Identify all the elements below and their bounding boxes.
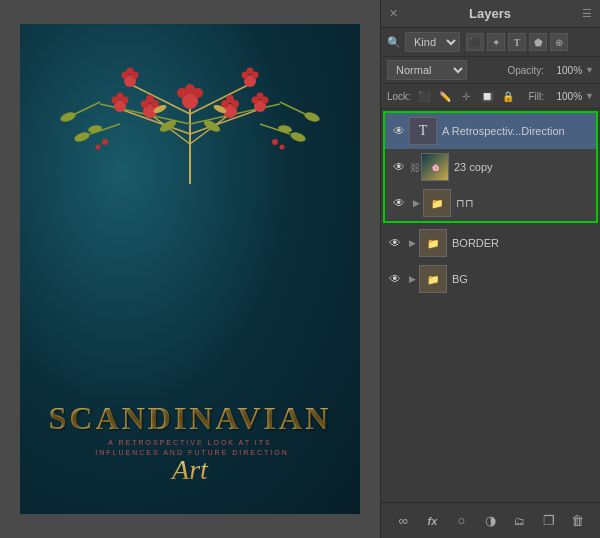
- layer-thumbnail-text: T: [409, 117, 437, 145]
- smart-filter-btn[interactable]: ⊕: [550, 33, 568, 51]
- fill-value: 100%: [547, 91, 582, 102]
- delete-button[interactable]: 🗑: [566, 509, 590, 533]
- opacity-dropdown-icon[interactable]: ▼: [585, 65, 594, 75]
- artwork-title2: Art: [20, 456, 360, 484]
- shape-filter-btn[interactable]: ⬟: [529, 33, 547, 51]
- canvas-area: SCANDINAVIAN A RETROSPECTIVE LOOK AT ITS…: [0, 0, 380, 538]
- lock-icons: ⬛ ✏️ ✛ 🔲 🔒: [415, 87, 517, 105]
- visibility-toggle-border[interactable]: 👁: [385, 233, 405, 253]
- blend-mode-select[interactable]: Normal: [387, 60, 467, 80]
- layer-name-23copy: 23 copy: [454, 161, 592, 173]
- layer-name-group: ⊓⊓: [456, 197, 592, 210]
- blend-row: Normal Opacity: 100% ▼: [381, 57, 600, 84]
- floral-decoration: [60, 54, 320, 194]
- svg-point-12: [146, 95, 154, 103]
- svg-point-24: [226, 95, 234, 103]
- visibility-toggle-text[interactable]: 👁: [389, 121, 409, 141]
- svg-point-50: [280, 145, 285, 150]
- svg-point-46: [303, 111, 320, 124]
- layer-name-text: A Retrospectiv...Direction: [442, 125, 592, 137]
- artwork: SCANDINAVIAN A RETROSPECTIVE LOOK AT ITS…: [20, 24, 360, 514]
- layer-item[interactable]: 👁 T A Retrospectiv...Direction: [385, 113, 596, 149]
- layer-thumbnail-group: 📁: [423, 189, 451, 217]
- layer-thumbnail-23copy: 🌸: [421, 153, 449, 181]
- lock-position-btn[interactable]: ✛: [457, 87, 475, 105]
- lock-artboard-btn[interactable]: 🔲: [478, 87, 496, 105]
- svg-point-32: [247, 68, 254, 75]
- svg-point-43: [289, 131, 307, 144]
- svg-point-44: [277, 124, 292, 133]
- visibility-toggle-bg[interactable]: 👁: [385, 269, 405, 289]
- svg-point-41: [60, 111, 77, 124]
- adjustment-filter-btn[interactable]: ✦: [487, 33, 505, 51]
- svg-line-40: [75, 102, 100, 114]
- kind-select[interactable]: Kind: [405, 32, 460, 52]
- svg-point-36: [185, 84, 195, 94]
- lock-pixel-btn[interactable]: ⬛: [415, 87, 433, 105]
- panel-header-buttons: ☰: [582, 7, 592, 20]
- layer-item[interactable]: 👁 ▶ 📁 BORDER: [381, 225, 600, 261]
- layer-thumbnail-border: 📁: [419, 229, 447, 257]
- panel-menu-button[interactable]: ☰: [582, 7, 592, 20]
- svg-point-47: [102, 139, 108, 145]
- layers-list: 👁 T A Retrospectiv...Direction 👁 ⛓ 🌸 23 …: [381, 109, 600, 502]
- svg-point-28: [257, 93, 264, 100]
- svg-line-45: [280, 102, 305, 114]
- layer-thumbnail-bg: 📁: [419, 265, 447, 293]
- artwork-text: SCANDINAVIAN A RETROSPECTIVE LOOK AT ITS…: [20, 402, 360, 484]
- artwork-title1: SCANDINAVIAN: [20, 402, 360, 434]
- fill-control: Fill: 100% ▼: [529, 91, 594, 102]
- type-filter-btn[interactable]: T: [508, 33, 526, 51]
- lock-row: Lock: ⬛ ✏️ ✛ 🔲 🔒 Fill: 100% ▼: [381, 84, 600, 109]
- adjustment-button[interactable]: ◑: [479, 509, 503, 533]
- fx-button[interactable]: fx: [421, 509, 445, 533]
- svg-point-48: [96, 145, 101, 150]
- visibility-toggle-23copy[interactable]: 👁: [389, 157, 409, 177]
- link-icon: ⛓: [409, 157, 421, 177]
- visibility-toggle-group[interactable]: 👁: [389, 193, 409, 213]
- opacity-value: 100%: [547, 65, 582, 76]
- panel-header: ✕ Layers ☰: [381, 0, 600, 28]
- panel-title: Layers: [469, 6, 511, 21]
- layer-item[interactable]: 👁 ▶ 📁 ⊓⊓: [385, 185, 596, 221]
- lock-paint-btn[interactable]: ✏️: [436, 87, 454, 105]
- link-button[interactable]: ∞: [392, 509, 416, 533]
- pixel-filter-btn[interactable]: ⬛: [466, 33, 484, 51]
- layers-panel: ✕ Layers ☰ 🔍 Kind ⬛ ✦ T ⬟ ⊕ Normal Opaci…: [380, 0, 600, 538]
- opacity-label: Opacity:: [507, 65, 544, 76]
- svg-point-39: [87, 124, 102, 133]
- svg-point-49: [272, 139, 278, 145]
- new-layer-button[interactable]: ❐: [537, 509, 561, 533]
- fill-label: Fill:: [529, 91, 545, 102]
- lock-all-btn[interactable]: 🔒: [499, 87, 517, 105]
- layer-name-bg: BG: [452, 273, 596, 285]
- layer-name-border: BORDER: [452, 237, 596, 249]
- panel-close-button[interactable]: ✕: [389, 7, 398, 20]
- mini-artwork: 🌸: [422, 154, 448, 180]
- layer-item[interactable]: 👁 ⛓ 🌸 23 copy: [385, 149, 596, 185]
- layer-item[interactable]: 👁 ▶ 📁 BG: [381, 261, 600, 297]
- filter-row: 🔍 Kind ⬛ ✦ T ⬟ ⊕: [381, 28, 600, 57]
- group-button[interactable]: 🗂: [508, 509, 532, 533]
- lock-label: Lock:: [387, 91, 411, 102]
- fill-dropdown-icon[interactable]: ▼: [585, 91, 594, 101]
- expand-group-btn[interactable]: ▶: [409, 193, 423, 213]
- selected-layer-group: 👁 T A Retrospectiv...Direction 👁 ⛓ 🌸 23 …: [383, 111, 598, 223]
- mask-button[interactable]: ○: [450, 509, 474, 533]
- opacity-control: Opacity: 100% ▼: [507, 65, 594, 76]
- panel-footer: ∞ fx ○ ◑ 🗂 ❐ 🗑: [381, 502, 600, 538]
- svg-point-38: [73, 131, 91, 144]
- filter-icons: ⬛ ✦ T ⬟ ⊕: [466, 33, 568, 51]
- svg-point-20: [127, 68, 134, 75]
- expand-bg-btn[interactable]: ▶: [405, 269, 419, 289]
- svg-point-16: [117, 93, 124, 100]
- expand-border-btn[interactable]: ▶: [405, 233, 419, 253]
